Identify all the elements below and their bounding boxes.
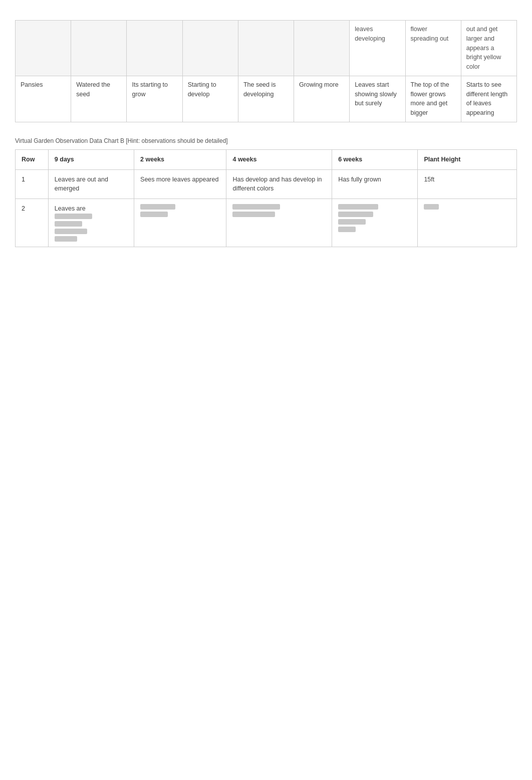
header-cell-1 bbox=[16, 21, 71, 76]
header-cell-5 bbox=[238, 21, 294, 76]
header-cell-out: out and get larger and appears a bright … bbox=[461, 21, 516, 76]
col-header-4weeks: 4 weeks bbox=[226, 149, 332, 169]
col-header-6weeks: 6 weeks bbox=[332, 149, 418, 169]
row1-height: 15ft bbox=[418, 169, 517, 199]
data-cell-pansies: Pansies bbox=[16, 76, 71, 122]
blur-line bbox=[232, 204, 280, 210]
data-cell-starts-see: Starts to see different length of leaves… bbox=[461, 76, 516, 122]
row2-2weeks-blurred bbox=[140, 204, 220, 217]
row-num-1: 1 bbox=[16, 169, 49, 199]
col-header-row: Row bbox=[16, 149, 49, 169]
col-header-2weeks: 2 weeks bbox=[134, 149, 226, 169]
data-cell-top-flower: The top of the flower grows more and get… bbox=[405, 76, 461, 122]
header-cell-4 bbox=[182, 21, 238, 76]
header-cell-leaves: leaves developing bbox=[350, 21, 405, 76]
row-num-2: 2 bbox=[16, 199, 49, 247]
blur-line bbox=[55, 236, 77, 242]
data-table-header-row: Row 9 days 2 weeks 4 weeks 6 weeks Plant… bbox=[16, 149, 517, 169]
blur-line bbox=[55, 229, 87, 234]
row2-9days-blurred bbox=[55, 214, 128, 242]
blur-line bbox=[140, 204, 175, 210]
row2-6weeks bbox=[332, 199, 418, 247]
blur-line bbox=[55, 221, 82, 227]
chart-hint: Virtual Garden Observation Data Chart B … bbox=[15, 137, 517, 144]
row2-2weeks bbox=[134, 199, 226, 247]
header-cell-2 bbox=[71, 21, 127, 76]
row2-9days-text: Leaves are bbox=[55, 205, 86, 212]
blur-line bbox=[55, 214, 92, 219]
top-table-data-row: Pansies Watered the seed Its starting to… bbox=[16, 76, 517, 122]
col-header-height: Plant Height bbox=[418, 149, 517, 169]
top-table-header-row: leaves developing flower spreading out o… bbox=[16, 21, 517, 76]
observation-data-table: Row 9 days 2 weeks 4 weeks 6 weeks Plant… bbox=[15, 149, 517, 247]
row2-4weeks-blurred bbox=[232, 204, 326, 217]
row2-height bbox=[418, 199, 517, 247]
blur-line bbox=[424, 204, 439, 210]
row1-9days: Leaves are out and emerged bbox=[48, 169, 134, 199]
top-observation-table: leaves developing flower spreading out o… bbox=[15, 20, 517, 122]
row1-2weeks: Sees more leaves appeared bbox=[134, 169, 226, 199]
table-row-1: 1 Leaves are out and emerged Sees more l… bbox=[16, 169, 517, 199]
row2-6weeks-blurred bbox=[338, 204, 411, 232]
data-cell-leaves-show: Leaves start showing slowly but surely bbox=[350, 76, 405, 122]
row2-height-blurred bbox=[424, 204, 510, 210]
data-table-wrapper: Row 9 days 2 weeks 4 weeks 6 weeks Plant… bbox=[15, 149, 517, 247]
data-cell-develop: Starting to develop bbox=[182, 76, 238, 122]
data-cell-watered: Watered the seed bbox=[71, 76, 127, 122]
top-table-wrapper: leaves developing flower spreading out o… bbox=[15, 20, 517, 122]
data-cell-growing: Growing more bbox=[294, 76, 350, 122]
blur-line bbox=[338, 227, 356, 232]
col-header-9days: 9 days bbox=[48, 149, 134, 169]
row2-9days: Leaves are bbox=[48, 199, 134, 247]
blur-line bbox=[232, 212, 275, 217]
blur-line bbox=[338, 219, 366, 225]
data-cell-seed: The seed is developing bbox=[238, 76, 294, 122]
blur-line bbox=[140, 212, 168, 217]
header-cell-3 bbox=[127, 21, 182, 76]
row1-4weeks: Has develop and has develop in different… bbox=[226, 169, 332, 199]
data-cell-starting: Its starting to grow bbox=[127, 76, 182, 122]
row2-4weeks bbox=[226, 199, 332, 247]
row1-6weeks: Has fully grown bbox=[332, 169, 418, 199]
table-row-2: 2 Leaves are bbox=[16, 199, 517, 247]
blur-line bbox=[338, 212, 373, 217]
header-cell-6 bbox=[294, 21, 350, 76]
blur-line bbox=[338, 204, 378, 210]
header-cell-flower: flower spreading out bbox=[405, 21, 461, 76]
